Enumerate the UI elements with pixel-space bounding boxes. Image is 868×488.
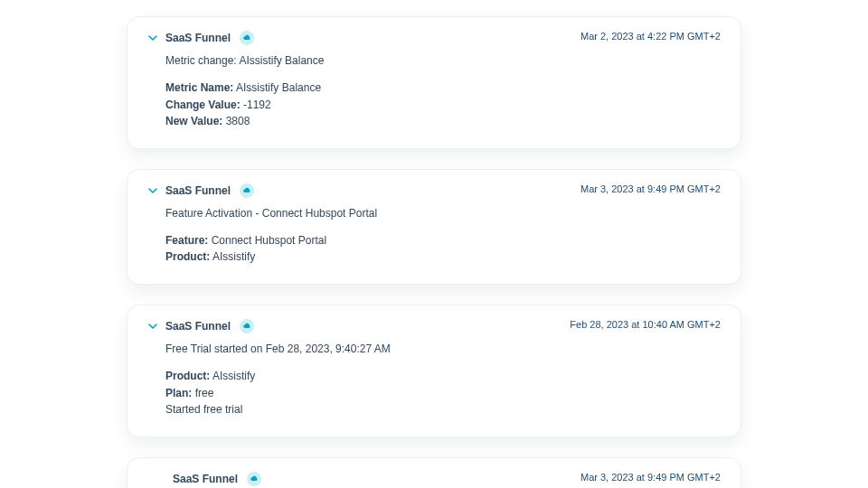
timeline-card: SaaS Funnel Mar 3, 2023 at 9:49 PM GMT+2… — [127, 169, 741, 285]
event-subject: Feature Activation - Connect Hubspot Por… — [165, 207, 721, 220]
event-details: Metric Name: AIssistify Balance Change V… — [165, 80, 721, 130]
detail-value: AIssistify — [210, 250, 255, 263]
detail-row: Change Value: -1192 — [165, 97, 721, 114]
cloud-icon — [240, 183, 254, 198]
timeline-card: SaaS Funnel Feb 28, 2023 at 10:40 AM GMT… — [127, 305, 741, 437]
event-details: Product: AIssistify Plan: free Started f… — [165, 368, 721, 418]
event-subject: Free Trial started on Feb 28, 2023, 9:40… — [165, 343, 721, 355]
detail-trailing: Started free trial — [165, 403, 242, 416]
chevron-down-icon[interactable] — [147, 33, 158, 43]
event-timestamp: Mar 3, 2023 at 9:49 PM GMT+2 — [580, 472, 721, 483]
detail-row: Metric Name: AIssistify Balance — [165, 80, 721, 97]
detail-label: Feature: — [165, 234, 208, 247]
detail-row: Started free trial — [165, 401, 721, 418]
detail-row: New Value: 3808 — [165, 113, 721, 130]
detail-label: New Value: — [165, 115, 222, 127]
detail-value: 3808 — [222, 115, 250, 127]
cloud-icon — [240, 319, 254, 333]
detail-row: Product: AIssistify — [165, 368, 721, 385]
event-details: Feature: Connect Hubspot Portal Product:… — [165, 232, 721, 266]
event-source: SaaS Funnel — [165, 184, 231, 197]
detail-value: Connect Hubspot Portal — [208, 234, 326, 247]
detail-label: Product: — [165, 250, 210, 263]
detail-row: Product: AIssistify — [165, 249, 721, 266]
event-source: SaaS Funnel — [165, 32, 231, 44]
event-timestamp: Mar 2, 2023 at 4:22 PM GMT+2 — [580, 31, 721, 42]
detail-value: free — [192, 387, 213, 399]
detail-value: AIssistify — [210, 370, 255, 382]
detail-label: Product: — [165, 370, 210, 382]
cloud-icon — [240, 31, 254, 45]
event-subject: Metric change: AIssistify Balance — [165, 54, 721, 67]
chevron-down-icon[interactable] — [147, 321, 158, 332]
timeline-card: SaaS Funnel Mar 2, 2023 at 4:22 PM GMT+2… — [127, 16, 741, 149]
detail-row: Plan: free — [165, 385, 721, 402]
timeline: SaaS Funnel Mar 2, 2023 at 4:22 PM GMT+2… — [0, 0, 868, 488]
event-timestamp: Feb 28, 2023 at 10:40 AM GMT+2 — [570, 319, 721, 330]
cloud-icon — [247, 472, 261, 486]
detail-label: Change Value: — [165, 99, 241, 111]
event-source: SaaS Funnel — [173, 473, 238, 485]
detail-row: Feature: Connect Hubspot Portal — [165, 232, 721, 249]
event-source: SaaS Funnel — [165, 320, 231, 333]
chevron-down-icon[interactable] — [147, 185, 158, 196]
detail-label: Metric Name: — [165, 81, 233, 94]
timeline-card: SaaS Funnel Mar 3, 2023 at 9:49 PM GMT+2… — [127, 457, 741, 488]
detail-value: AIssistify Balance — [233, 81, 321, 94]
detail-label: Plan: — [165, 387, 192, 399]
event-timestamp: Mar 3, 2023 at 9:49 PM GMT+2 — [580, 183, 721, 194]
detail-value: -1192 — [241, 99, 271, 111]
